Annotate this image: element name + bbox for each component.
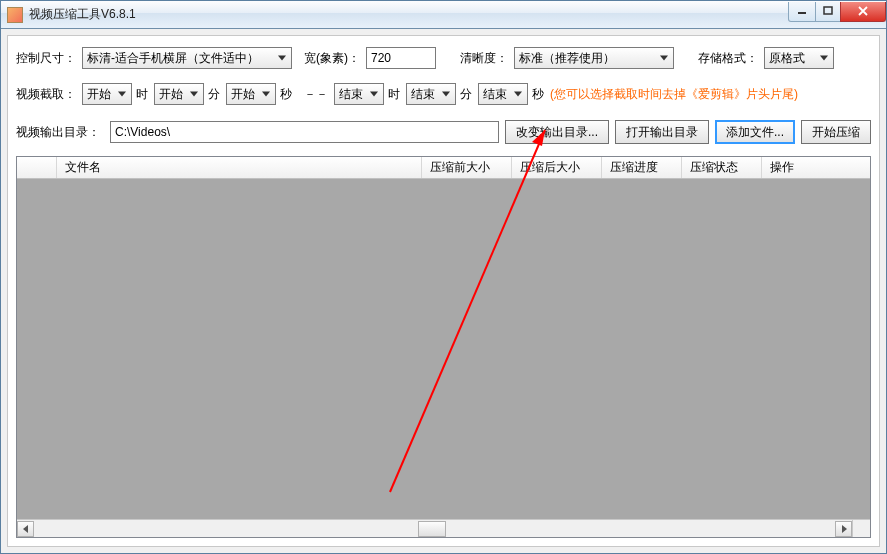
open-outdir-button[interactable]: 打开输出目录	[615, 120, 709, 144]
main-panel: 控制尺寸： 标清-适合手机横屏（文件适中） 宽(象素)： 720 清晰度： 标准…	[7, 35, 880, 547]
scrollbar-corner	[852, 519, 870, 537]
end-sec-select[interactable]: 结束	[478, 83, 528, 105]
scroll-left-icon[interactable]	[17, 521, 34, 537]
sec-unit: 秒	[280, 86, 292, 103]
outdir-label: 视频输出目录：	[16, 124, 100, 141]
scroll-track[interactable]	[34, 521, 835, 537]
size-select[interactable]: 标清-适合手机横屏（文件适中）	[82, 47, 292, 69]
dash: －－	[304, 86, 328, 103]
footer-spacer	[16, 538, 871, 546]
min-unit-2: 分	[460, 86, 472, 103]
width-label: 宽(象素)：	[304, 50, 360, 67]
trim-tip: (您可以选择截取时间去掉《爱剪辑》片头片尾)	[550, 86, 798, 103]
col-filename[interactable]: 文件名	[57, 157, 422, 178]
end-hour-select[interactable]: 结束	[334, 83, 384, 105]
file-grid: 文件名 压缩前大小 压缩后大小 压缩进度 压缩状态 操作	[16, 156, 871, 538]
row-output: 视频输出目录： C:\Videos\ 改变输出目录... 打开输出目录 添加文件…	[16, 118, 871, 146]
app-window: 视频压缩工具V6.8.1 控制尺寸： 标清-适合手机横屏（文件适中） 宽(象素)…	[0, 0, 887, 554]
row-size: 控制尺寸： 标清-适合手机横屏（文件适中） 宽(象素)： 720 清晰度： 标准…	[16, 44, 871, 72]
format-label: 存储格式：	[698, 50, 758, 67]
window-title: 视频压缩工具V6.8.1	[29, 6, 789, 23]
clarity-label: 清晰度：	[460, 50, 508, 67]
svg-rect-1	[824, 7, 832, 14]
col-status[interactable]: 压缩状态	[682, 157, 762, 178]
change-outdir-button[interactable]: 改变输出目录...	[505, 120, 609, 144]
start-hour-select[interactable]: 开始	[82, 83, 132, 105]
format-select[interactable]: 原格式	[764, 47, 834, 69]
minimize-button[interactable]	[788, 2, 816, 22]
width-input[interactable]: 720	[366, 47, 436, 69]
col-progress[interactable]: 压缩进度	[602, 157, 682, 178]
min-unit: 分	[208, 86, 220, 103]
window-controls	[789, 2, 886, 22]
maximize-button[interactable]	[815, 2, 841, 22]
start-compress-button[interactable]: 开始压缩	[801, 120, 871, 144]
scroll-right-icon[interactable]	[835, 521, 852, 537]
col-blank[interactable]	[17, 157, 57, 178]
col-size-after[interactable]: 压缩后大小	[512, 157, 602, 178]
row-trim: 视频截取： 开始 时 开始 分 开始 秒 －－ 结束 时 结束 分 结束 秒 (…	[16, 80, 871, 108]
start-sec-select[interactable]: 开始	[226, 83, 276, 105]
sec-unit-2: 秒	[532, 86, 544, 103]
outdir-input[interactable]: C:\Videos\	[110, 121, 499, 143]
start-min-select[interactable]: 开始	[154, 83, 204, 105]
hour-unit: 时	[136, 86, 148, 103]
size-label: 控制尺寸：	[16, 50, 76, 67]
hour-unit-2: 时	[388, 86, 400, 103]
grid-header: 文件名 压缩前大小 压缩后大小 压缩进度 压缩状态 操作	[17, 157, 870, 179]
add-file-button[interactable]: 添加文件...	[715, 120, 795, 144]
trim-label: 视频截取：	[16, 86, 76, 103]
title-bar: 视频压缩工具V6.8.1	[1, 1, 886, 29]
app-icon	[7, 7, 23, 23]
col-size-before[interactable]: 压缩前大小	[422, 157, 512, 178]
end-min-select[interactable]: 结束	[406, 83, 456, 105]
scroll-thumb[interactable]	[418, 521, 446, 537]
svg-rect-0	[798, 12, 806, 14]
col-action[interactable]: 操作	[762, 157, 870, 178]
clarity-select[interactable]: 标准（推荐使用）	[514, 47, 674, 69]
grid-body	[17, 179, 870, 519]
horizontal-scrollbar[interactable]	[17, 519, 852, 537]
close-button[interactable]	[840, 2, 886, 22]
